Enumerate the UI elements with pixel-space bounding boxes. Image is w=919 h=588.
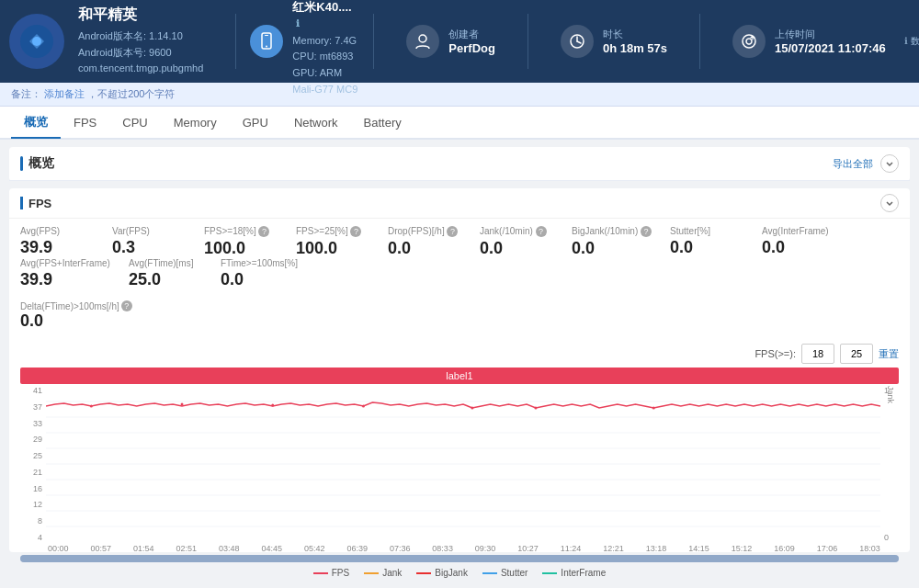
data-source-info: ℹ 数据由PerfDog[5.1.210204]版本收集 bbox=[904, 35, 919, 48]
chart-scrollbar[interactable] bbox=[20, 555, 899, 562]
fps-header: FPS bbox=[9, 188, 910, 219]
device-name: M2012K10C 红米K40.... ℹ bbox=[292, 0, 359, 29]
tab-battery[interactable]: Battery bbox=[351, 106, 414, 139]
tab-cpu[interactable]: CPU bbox=[109, 106, 160, 139]
tab-memory[interactable]: Memory bbox=[161, 106, 230, 139]
delta-value: 0.0 bbox=[20, 311, 899, 331]
header-divider-2 bbox=[373, 14, 374, 69]
add-notes-link[interactable]: 添加备注 bbox=[44, 88, 85, 99]
device-details: M2012K10C 红米K40.... ℹ Memory: 7.4G CPU: … bbox=[292, 0, 359, 97]
legend-jank-line bbox=[364, 572, 379, 574]
tab-fps[interactable]: FPS bbox=[61, 106, 109, 139]
overview-title: 概览 bbox=[20, 155, 54, 172]
fps-collapse-btn[interactable] bbox=[880, 194, 899, 212]
app-info: 和平精英 Android版本名: 1.14.10 Android版本号: 960… bbox=[78, 6, 203, 77]
upload-info: 上传时间 15/07/2021 11:07:46 bbox=[775, 28, 886, 55]
main-content: 概览 导出全部 FPS Avg(FPS) 39.9 Var(FPS) bbox=[0, 140, 919, 588]
device-cpu: CPU: mt6893 bbox=[292, 49, 359, 65]
fps-stats-row: Avg(FPS) 39.9 Var(FPS) 0.3 FPS>=18[%] ? … bbox=[9, 219, 910, 297]
stat-avg-fps: Avg(FPS) 39.9 bbox=[20, 226, 94, 257]
device-icon bbox=[250, 25, 283, 58]
header-divider-4 bbox=[699, 14, 700, 69]
stat-jank: Jank(/10min) ? 0.0 bbox=[480, 226, 553, 258]
fps18-info-icon[interactable]: ? bbox=[258, 226, 269, 237]
delta-info-icon[interactable]: ? bbox=[121, 300, 132, 311]
stat-fps-18: FPS>=18[%] ? 100.0 bbox=[204, 226, 278, 258]
tab-overview[interactable]: 概览 bbox=[11, 106, 61, 139]
chart-plot-area[interactable]: Jank bbox=[46, 386, 880, 542]
svg-point-24 bbox=[534, 407, 537, 410]
fps-section: FPS Avg(FPS) 39.9 Var(FPS) 0.3 FPS>=18[%… bbox=[9, 188, 910, 552]
fps-dots bbox=[90, 403, 655, 410]
svg-point-23 bbox=[471, 407, 473, 410]
overview-actions: 导出全部 bbox=[833, 154, 899, 173]
app-android-api: Android版本号: 9600 bbox=[78, 45, 203, 62]
delta-row: Delta(FTime)>100ms[/h] ? 0.0 bbox=[9, 297, 910, 338]
duration-stat: 时长 0h 18m 57s bbox=[542, 25, 686, 58]
chart-controls: FPS(>=): 重置 bbox=[20, 344, 899, 364]
svg-point-19 bbox=[90, 405, 93, 408]
chart-svg-container: 41 37 33 29 25 21 16 12 8 4 bbox=[20, 386, 899, 542]
creator-stat: 创建者 PerfDog bbox=[388, 25, 514, 58]
app-logo bbox=[9, 14, 64, 69]
chart-scrollbar-thumb bbox=[20, 555, 899, 562]
stat-bigjank: BigJank(/10min) ? 0.0 bbox=[572, 226, 652, 258]
upload-stat: 上传时间 15/07/2021 11:07:46 bbox=[714, 25, 904, 58]
svg-point-5 bbox=[419, 35, 426, 42]
stat-drop-fps: Drop(FPS)[/h] ? 0.0 bbox=[388, 226, 461, 258]
legend-stutter: Stutter bbox=[482, 568, 528, 578]
legend-interframe: InterFrame bbox=[542, 568, 606, 578]
fps-title: FPS bbox=[20, 197, 51, 210]
stat-ftime-100: FTime>=100ms[%] 0.0 bbox=[221, 258, 298, 289]
legend-fps-line bbox=[313, 572, 328, 574]
fps-threshold-input-1[interactable] bbox=[801, 344, 834, 364]
overview-card: 概览 导出全部 bbox=[9, 147, 910, 181]
overview-header: 概览 导出全部 bbox=[9, 147, 910, 181]
legend-stutter-line bbox=[482, 572, 497, 574]
device-info: M2012K10C 红米K40.... ℹ Memory: 7.4G CPU: … bbox=[250, 0, 359, 97]
jank-right-label: Jank bbox=[886, 386, 895, 542]
jank-info-icon[interactable]: ? bbox=[536, 226, 547, 237]
app-android-version: Android版本名: 1.14.10 bbox=[78, 28, 203, 45]
svg-line-8 bbox=[577, 41, 581, 43]
export-button[interactable]: 导出全部 bbox=[833, 157, 873, 171]
delta-label: Delta(FTime)>100ms[/h] ? bbox=[20, 300, 899, 311]
bigjank-info-icon[interactable]: ? bbox=[641, 226, 652, 237]
legend-bigjank-line bbox=[416, 572, 431, 574]
fps-ge-label: FPS(>=): bbox=[754, 348, 796, 359]
creator-info: 创建者 PerfDog bbox=[448, 28, 495, 55]
stat-stutter: Stutter[%] 0.0 bbox=[670, 226, 743, 257]
legend-fps: FPS bbox=[313, 568, 349, 578]
dropfps-info-icon[interactable]: ? bbox=[447, 226, 458, 237]
header-divider-3 bbox=[528, 14, 528, 69]
tab-network[interactable]: Network bbox=[281, 106, 351, 139]
svg-point-25 bbox=[652, 407, 655, 410]
duration-info: 时长 0h 18m 57s bbox=[603, 28, 667, 55]
fps-chart-svg bbox=[46, 386, 880, 542]
fps-threshold-input-2[interactable] bbox=[840, 344, 873, 364]
tab-gpu[interactable]: GPU bbox=[230, 106, 281, 139]
overview-collapse-btn[interactable] bbox=[880, 154, 899, 173]
stat-avg-ftime: Avg(FTime)[ms] 25.0 bbox=[129, 258, 202, 289]
x-axis-labels: 00:0000:5701:5402:5103:4804:4505:4206:39… bbox=[20, 542, 880, 553]
legend-jank: Jank bbox=[364, 568, 402, 578]
fps-chart-wrapper: label1 41 37 33 29 25 21 16 12 8 4 bbox=[20, 368, 899, 547]
app-name: 和平精英 bbox=[78, 6, 203, 25]
legend-interframe-line bbox=[542, 572, 557, 574]
svg-point-20 bbox=[181, 403, 184, 406]
stat-avg-fps-interframe: Avg(FPS+InterFrame) 39.9 bbox=[20, 258, 110, 289]
svg-point-1 bbox=[32, 37, 41, 46]
chart-reset-button[interactable]: 重置 bbox=[879, 347, 899, 361]
upload-icon bbox=[732, 25, 766, 58]
stat-var-fps: Var(FPS) 0.3 bbox=[112, 226, 186, 257]
stat-fps-25: FPS>=25[%] ? 100.0 bbox=[296, 226, 369, 258]
fps25-info-icon[interactable]: ? bbox=[350, 226, 361, 237]
y-axis-labels: 41 37 33 29 25 21 16 12 8 4 bbox=[20, 386, 46, 542]
creator-icon bbox=[406, 25, 439, 58]
svg-point-3 bbox=[266, 46, 267, 48]
header-divider-1 bbox=[235, 14, 236, 69]
chart-legend: FPS Jank BigJank Stutter bbox=[20, 564, 899, 582]
app-header: 和平精英 Android版本名: 1.14.10 Android版本号: 960… bbox=[0, 0, 919, 83]
fps-chart-area: FPS(>=): 重置 label1 41 37 33 29 25 bbox=[9, 338, 910, 552]
duration-icon bbox=[561, 25, 594, 58]
